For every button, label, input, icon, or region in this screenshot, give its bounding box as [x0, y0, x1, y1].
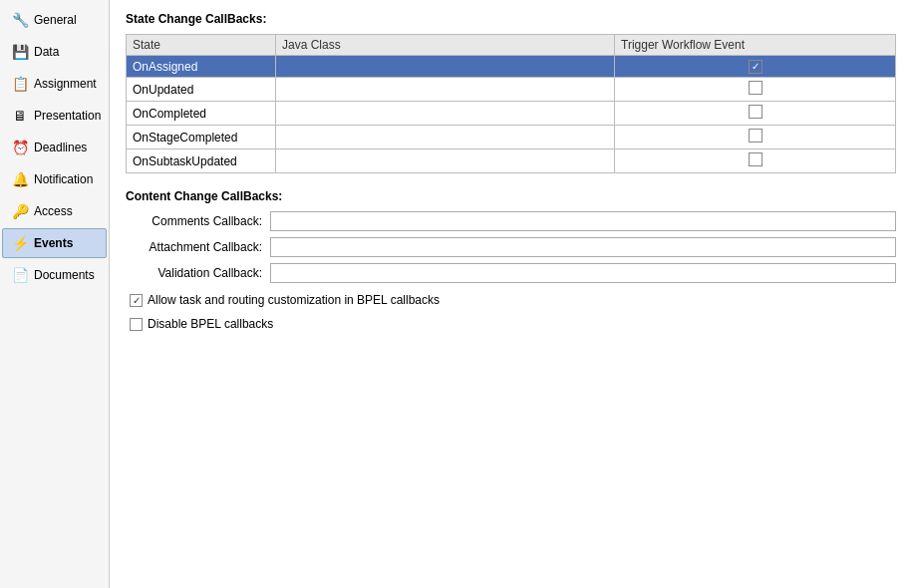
trigger-checkbox-2[interactable] [749, 105, 762, 119]
form-input-2[interactable] [270, 263, 896, 283]
trigger-checkbox-3[interactable] [749, 129, 762, 143]
cell-javaclass-2 [276, 102, 615, 126]
sidebar-label-documents: Documents [34, 268, 95, 282]
checkbox-label-1: Disable BPEL callbacks [148, 317, 273, 331]
col-header-javaclass: Java Class [276, 35, 615, 56]
sidebar-label-events: Events [34, 236, 73, 250]
form-row-1: Attachment Callback: [126, 237, 896, 257]
table-row[interactable]: OnAssigned [127, 56, 896, 78]
col-header-trigger: Trigger Workflow Event [615, 35, 896, 56]
content-change-section-title: Content Change CallBacks: [126, 189, 896, 203]
sidebar-item-documents[interactable]: 📄Documents [2, 260, 107, 290]
checkbox-label-0: Allow task and routing customization in … [148, 293, 440, 307]
table-row[interactable]: OnStageCompleted [127, 126, 896, 149]
sidebar-item-notification[interactable]: 🔔Notification [2, 164, 107, 194]
sidebar-item-events[interactable]: ⚡Events [2, 228, 107, 258]
cell-state-4: OnSubtaskUpdated [127, 149, 276, 173]
sidebar-label-general: General [34, 13, 77, 27]
presentation-icon: 🖥 [11, 107, 29, 125]
cell-javaclass-3 [276, 126, 615, 149]
main-content: State Change CallBacks: State Java Class… [110, 0, 912, 588]
cell-trigger-4[interactable] [615, 149, 896, 173]
cell-trigger-1[interactable] [615, 78, 896, 102]
checkbox-row-1: Disable BPEL callbacks [130, 317, 896, 331]
events-icon: ⚡ [11, 234, 29, 252]
form-row-0: Comments Callback: [126, 211, 896, 231]
table-header-row: State Java Class Trigger Workflow Event [127, 35, 896, 56]
col-header-state: State [127, 35, 276, 56]
cell-javaclass-0 [276, 56, 615, 78]
access-icon: 🔑 [11, 202, 29, 220]
cell-javaclass-4 [276, 149, 615, 173]
sidebar-label-assignment: Assignment [34, 77, 97, 91]
documents-icon: 📄 [11, 266, 29, 284]
table-row[interactable]: OnSubtaskUpdated [127, 149, 896, 173]
trigger-checkbox-4[interactable] [749, 152, 762, 166]
data-icon: 💾 [11, 43, 29, 61]
cell-state-3: OnStageCompleted [127, 126, 276, 149]
general-icon: 🔧 [11, 11, 29, 29]
sidebar-item-assignment[interactable]: 📋Assignment [2, 69, 107, 99]
table-row[interactable]: OnUpdated [127, 78, 896, 102]
assignment-icon: 📋 [11, 75, 29, 93]
sidebar-item-data[interactable]: 💾Data [2, 37, 107, 67]
sidebar-item-presentation[interactable]: 🖥Presentation [2, 101, 107, 131]
notification-icon: 🔔 [11, 170, 29, 188]
cell-trigger-0[interactable] [615, 56, 896, 78]
sidebar-label-presentation: Presentation [34, 109, 101, 123]
sidebar-label-data: Data [34, 45, 59, 59]
cell-trigger-2[interactable] [615, 102, 896, 126]
cell-javaclass-1 [276, 78, 615, 102]
state-change-table: State Java Class Trigger Workflow Event … [126, 34, 896, 173]
sidebar-label-deadlines: Deadlines [34, 141, 87, 154]
sidebar: 🔧General💾Data📋Assignment🖥Presentation⏰De… [0, 0, 110, 588]
sidebar-item-general[interactable]: 🔧General [2, 5, 107, 35]
sidebar-item-deadlines[interactable]: ⏰Deadlines [2, 133, 107, 162]
table-row[interactable]: OnCompleted [127, 102, 896, 126]
state-change-section-title: State Change CallBacks: [126, 12, 896, 26]
form-label-1: Attachment Callback: [126, 240, 270, 254]
form-label-2: Validation Callback: [126, 266, 270, 280]
form-input-1[interactable] [270, 237, 896, 257]
cell-state-1: OnUpdated [127, 78, 276, 102]
sidebar-label-access: Access [34, 204, 73, 218]
trigger-checkbox-1[interactable] [749, 81, 762, 95]
content-change-section: Content Change CallBacks: Comments Callb… [126, 189, 896, 331]
checkbox-1[interactable] [130, 318, 143, 331]
checkbox-row-0: Allow task and routing customization in … [130, 293, 896, 307]
deadlines-icon: ⏰ [11, 139, 29, 156]
sidebar-item-access[interactable]: 🔑Access [2, 196, 107, 226]
checkbox-0[interactable] [130, 294, 143, 307]
form-label-0: Comments Callback: [126, 214, 270, 228]
sidebar-label-notification: Notification [34, 172, 93, 186]
cell-state-0: OnAssigned [127, 56, 276, 78]
form-row-2: Validation Callback: [126, 263, 896, 283]
trigger-checkbox-0[interactable] [749, 60, 762, 74]
form-input-0[interactable] [270, 211, 896, 231]
cell-trigger-3[interactable] [615, 126, 896, 149]
cell-state-2: OnCompleted [127, 102, 276, 126]
